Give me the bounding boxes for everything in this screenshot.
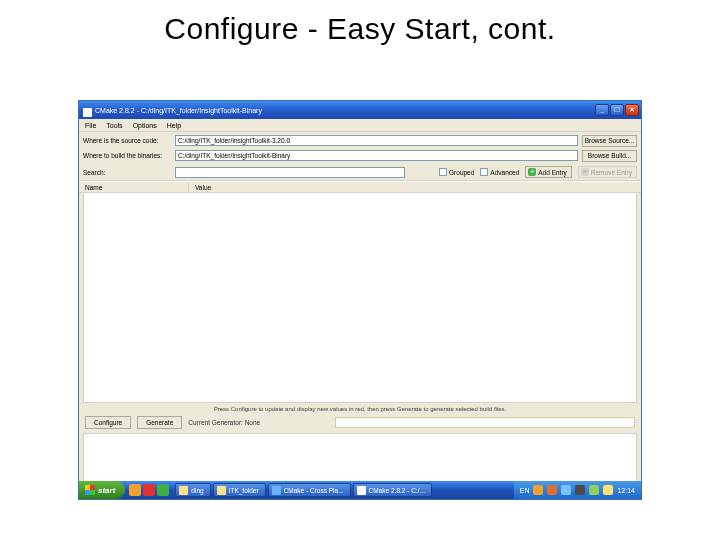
quicklaunch [129, 484, 169, 496]
windows-taskbar: start ding ITK_folder CMake - Cross Pla.… [79, 481, 641, 499]
action-row: Configure Generate Current Generator: No… [79, 414, 641, 431]
window-title: CMake 2.8.2 - C:/ding/ITK_folder/Insight… [81, 107, 262, 114]
folder-icon [179, 486, 188, 495]
tray-icon[interactable] [589, 485, 599, 495]
column-name-header[interactable]: Name [79, 182, 189, 192]
configure-button[interactable]: Configure [85, 416, 131, 429]
checkbox-icon [480, 168, 488, 176]
start-button[interactable]: start [79, 481, 125, 499]
source-label: Where is the source code: [83, 137, 171, 144]
progress-bar [335, 417, 635, 428]
quicklaunch-icon[interactable] [143, 484, 155, 496]
language-indicator[interactable]: EN [520, 487, 530, 494]
checkbox-icon [439, 168, 447, 176]
cmake-window: CMake 2.8.2 - C:/ding/ITK_folder/Insight… [78, 100, 642, 500]
quicklaunch-icon[interactable] [157, 484, 169, 496]
build-input[interactable]: C:/ding/ITK_folder/InsightToolkit-Binary [175, 150, 578, 161]
advanced-checkbox[interactable]: Advanced [480, 168, 519, 176]
close-button[interactable]: × [625, 104, 639, 116]
taskbar-button[interactable]: CMake 2.8.2 - C:/... [353, 483, 432, 497]
quicklaunch-icon[interactable] [129, 484, 141, 496]
search-input[interactable] [175, 167, 405, 178]
taskbar-button[interactable]: CMake - Cross Pla... [268, 483, 351, 497]
menu-help[interactable]: Help [167, 122, 181, 129]
clock[interactable]: 12:14 [617, 487, 635, 494]
taskbar-buttons: ding ITK_folder CMake - Cross Pla... CMa… [175, 483, 432, 497]
generate-button[interactable]: Generate [137, 416, 182, 429]
maximize-button[interactable]: □ [610, 104, 624, 116]
taskbar-button[interactable]: ding [175, 483, 210, 497]
column-value-header[interactable]: Value [189, 182, 641, 192]
path-section: Where is the source code: C:/ding/ITK_fo… [79, 132, 641, 166]
taskbar-button[interactable]: ITK_folder [213, 483, 266, 497]
x-icon: × [581, 168, 589, 176]
cmake-icon [357, 486, 366, 495]
tray-icon[interactable] [533, 485, 543, 495]
current-generator-label: Current Generator: None [188, 419, 260, 426]
browser-icon [272, 486, 281, 495]
browse-build-button[interactable]: Browse Build... [582, 150, 637, 162]
search-label: Search: [83, 169, 171, 176]
menu-options[interactable]: Options [133, 122, 157, 129]
add-entry-button[interactable]: +Add Entry [525, 166, 572, 178]
cache-list[interactable] [83, 193, 637, 403]
search-row: Search: Grouped Advanced +Add Entry ×Rem… [79, 166, 641, 181]
tray-icon[interactable] [561, 485, 571, 495]
menu-file[interactable]: File [85, 122, 96, 129]
minimize-button[interactable]: _ [595, 104, 609, 116]
tray-icon[interactable] [547, 485, 557, 495]
tray-icon[interactable] [603, 485, 613, 495]
folder-icon [217, 486, 226, 495]
cache-column-headers: Name Value [79, 181, 641, 193]
system-tray: EN 12:14 [514, 481, 641, 499]
build-label: Where to build the binaries: [83, 152, 171, 159]
remove-entry-button: ×Remove Entry [578, 166, 637, 178]
menubar: File Tools Options Help [79, 119, 641, 132]
hint-text: Press Configure to update and display ne… [79, 403, 641, 414]
menu-tools[interactable]: Tools [106, 122, 122, 129]
tray-icon[interactable] [575, 485, 585, 495]
window-titlebar[interactable]: CMake 2.8.2 - C:/ding/ITK_folder/Insight… [79, 101, 641, 119]
grouped-checkbox[interactable]: Grouped [439, 168, 474, 176]
windows-flag-icon [85, 485, 95, 495]
source-input[interactable]: C:/ding/ITK_folder/InsightToolkit-3.20.0 [175, 135, 578, 146]
browse-source-button[interactable]: Browse Source... [582, 135, 637, 147]
slide-title: Configure - Easy Start, cont. [0, 12, 720, 46]
plus-icon: + [528, 168, 536, 176]
